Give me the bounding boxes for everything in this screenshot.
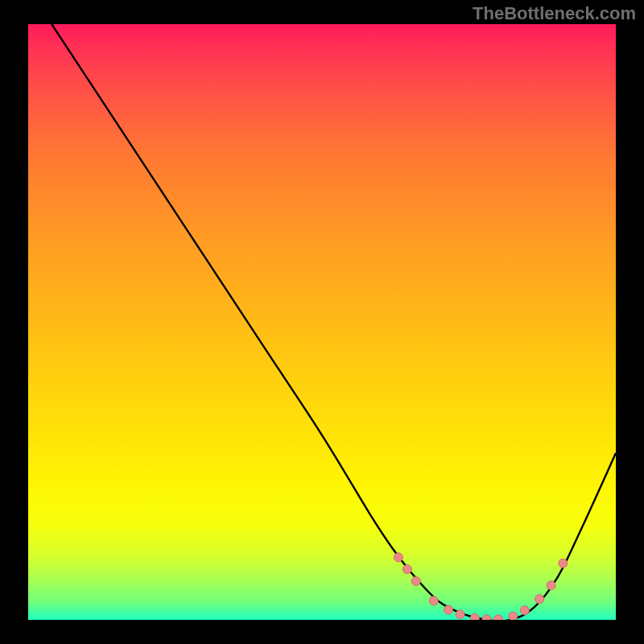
chart-frame: TheBottleneck.com [0,0,644,644]
lowpoint-dot [444,605,452,614]
lowpoint-dot [482,615,491,620]
lowpoint-dot [429,597,438,605]
plot-box [28,24,616,620]
plot-canvas [28,24,616,620]
lowpoint-dot [559,559,568,568]
lowpoint-dot [456,610,464,619]
lowpoint-dot [494,615,503,620]
lowpoint-dot [509,612,518,620]
lowpoint-dot [411,576,420,585]
lowpoint-dot [535,595,544,604]
bottleneck-curve [52,24,616,620]
lowpoint-dot [470,613,479,620]
lowpoint-dot [547,581,555,590]
lowpoint-dot [394,553,402,562]
watermark-label: TheBottleneck.com [473,3,636,24]
lowpoint-dot [520,606,529,615]
lowpoint-dot [402,565,411,574]
lowpoint-dots [394,553,567,620]
curve-layer [28,24,616,620]
